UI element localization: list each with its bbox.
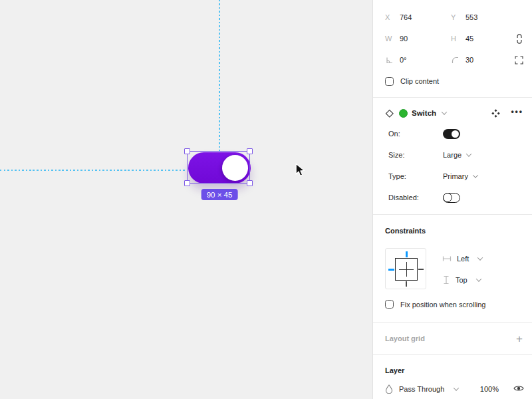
prop-disabled-label: Disabled: [388, 194, 443, 201]
corner-radius-input[interactable]: 30 [466, 56, 509, 64]
prop-row-disabled: Disabled: [373, 187, 532, 208]
transform-section: X 764 Y 553 W 90 H 45 0° [373, 0, 532, 97]
prop-size-select[interactable]: Large [443, 151, 462, 159]
rotation-input[interactable]: 0° [400, 56, 451, 64]
design-canvas[interactable]: 90 × 45 [0, 0, 372, 399]
guide-line-vertical [219, 0, 220, 152]
width-input[interactable]: 90 [400, 35, 451, 43]
fix-position-label: Fix position when scrolling [400, 301, 485, 309]
guide-line-horizontal [0, 170, 187, 171]
dimension-badge: 90 × 45 [201, 189, 238, 200]
prop-type-select[interactable]: Primary [443, 172, 468, 180]
layout-grid-title: Layout grid [385, 334, 425, 342]
prop-disabled-toggle[interactable] [443, 193, 460, 203]
rotation-radius-row: 0° 30 [373, 49, 532, 70]
fix-position-checkbox[interactable] [385, 300, 394, 309]
constraints-title: Constraints [385, 227, 426, 235]
chevron-down-icon [473, 172, 478, 178]
layer-row: Pass Through 100% [385, 384, 524, 394]
prop-on-toggle[interactable] [443, 129, 460, 139]
component-status-dot-icon [399, 109, 408, 118]
layer-title: Layer [385, 366, 404, 374]
independent-corners-icon[interactable] [515, 56, 523, 65]
constraint-right-tick[interactable] [418, 269, 424, 269]
vertical-constraint-select[interactable]: Top [442, 269, 482, 291]
component-section: Switch ••• On: Size: Large Type: Primary [373, 97, 532, 214]
layout-grid-section: Layout grid + [373, 322, 532, 354]
chevron-down-icon [454, 385, 459, 390]
constraint-left-tick[interactable] [388, 269, 394, 271]
horizontal-constraint-select[interactable]: Left [442, 248, 482, 269]
prop-row-type: Type: Primary [373, 166, 532, 187]
clip-content-checkbox[interactable] [385, 77, 394, 86]
fix-position-row: Fix position when scrolling [385, 300, 485, 309]
prop-on-label: On: [388, 130, 443, 138]
prop-row-on: On: [373, 123, 532, 144]
chevron-down-icon [476, 276, 481, 281]
selection-box [187, 151, 250, 184]
swap-instance-icon[interactable] [491, 109, 500, 119]
prop-size-label: Size: [388, 151, 443, 159]
selection-handle-ne[interactable] [247, 148, 253, 154]
corner-radius-icon [451, 56, 466, 65]
constraints-widget[interactable] [385, 248, 426, 289]
component-icon [384, 108, 394, 118]
toggle-knob [452, 130, 459, 138]
layer-section: Layer Pass Through 100% [373, 354, 532, 399]
constraint-dropdowns: Left Top [442, 248, 482, 291]
constrain-proportions-icon[interactable] [515, 33, 523, 45]
horizontal-constraint-icon [442, 255, 452, 263]
toggle-knob [443, 193, 452, 202]
chevron-down-icon [466, 151, 471, 156]
inspector-panel: X 764 Y 553 W 90 H 45 0° [372, 0, 532, 399]
prop-type-label: Type: [388, 172, 443, 180]
rotation-icon [385, 56, 400, 65]
component-header: Switch ••• [373, 103, 532, 123]
layer-visibility-eye-icon[interactable] [513, 384, 524, 394]
width-label: W [385, 35, 400, 43]
y-label: Y [451, 13, 466, 21]
constraint-top-tick[interactable] [406, 251, 408, 257]
blend-mode-droplet-icon [385, 384, 393, 394]
size-row: W 90 H 45 [373, 28, 532, 49]
chevron-down-icon [477, 255, 483, 260]
mouse-cursor [295, 163, 307, 181]
prop-row-size: Size: Large [373, 144, 532, 166]
add-layout-grid-button[interactable]: + [516, 333, 523, 344]
height-label: H [451, 35, 466, 43]
clip-content-label: Clip content [400, 77, 439, 85]
vertical-constraint-icon [442, 275, 450, 285]
constraints-section: Constraints Left Top [373, 214, 532, 322]
selection-handle-sw[interactable] [184, 180, 190, 186]
x-label: X [385, 13, 400, 21]
height-input[interactable]: 45 [466, 35, 509, 43]
blend-mode-select[interactable]: Pass Through [385, 384, 458, 394]
layer-opacity-input[interactable]: 100% [480, 385, 499, 393]
y-input[interactable]: 553 [466, 13, 509, 21]
position-row: X 764 Y 553 [373, 7, 532, 28]
constraint-bottom-tick[interactable] [406, 281, 406, 287]
component-name[interactable]: Switch [412, 109, 436, 117]
clip-content-row: Clip content [373, 70, 532, 92]
chevron-down-icon[interactable] [442, 109, 447, 114]
selection-handle-se[interactable] [247, 180, 253, 186]
more-options-button[interactable]: ••• [511, 107, 523, 116]
selection-handle-nw[interactable] [184, 148, 190, 154]
x-input[interactable]: 764 [400, 13, 451, 21]
